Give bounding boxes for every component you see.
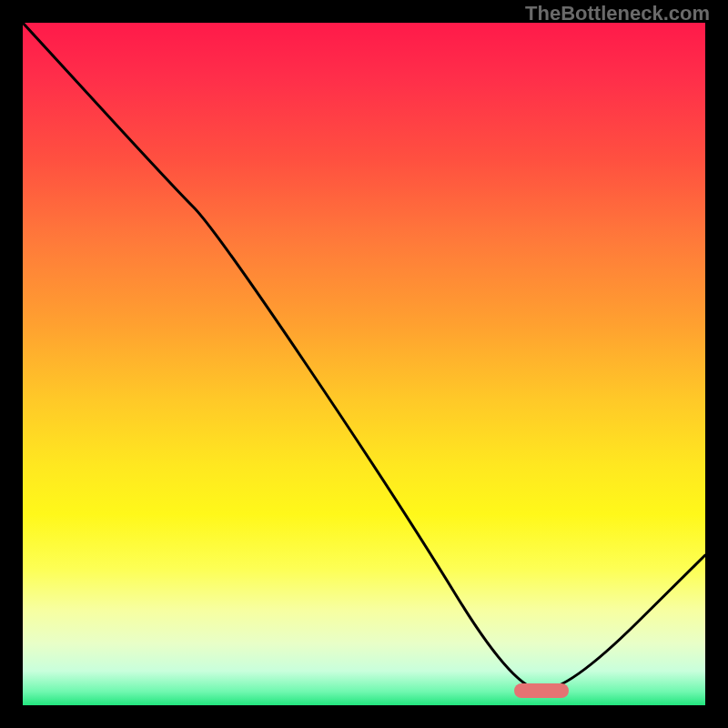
optimal-marker bbox=[514, 683, 569, 698]
bottleneck-curve bbox=[23, 23, 705, 705]
plot-area bbox=[23, 23, 705, 705]
watermark-text: TheBottleneck.com bbox=[525, 2, 710, 25]
